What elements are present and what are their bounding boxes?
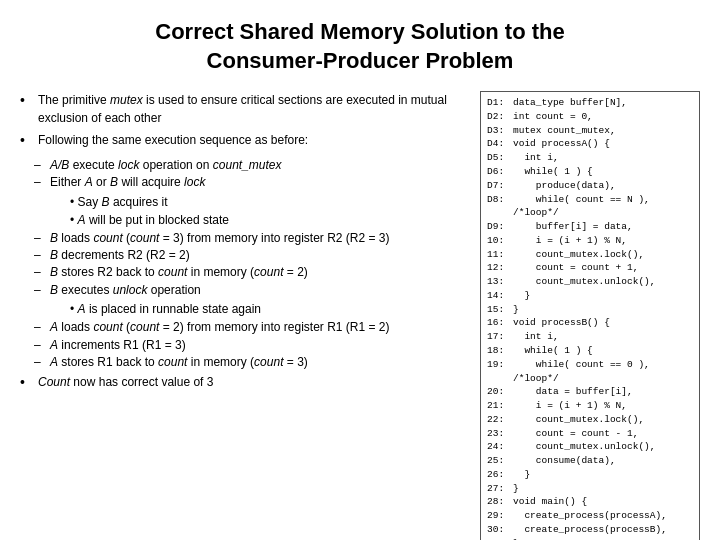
sub-sub-list: Say B acquires it A will be put in block… [70, 193, 468, 229]
code-line: 14: } [487, 289, 693, 303]
italic-count-mutex: count_mutex [213, 158, 282, 172]
dash: – [34, 354, 44, 371]
list-item: • Count now has correct value of 3 [20, 373, 468, 393]
code-line: 18: while( 1 ) { [487, 344, 693, 358]
sub-text: B stores R2 back to count in memory (cou… [50, 264, 308, 281]
sub-text: A increments R1 (R1 = 3) [50, 337, 186, 354]
list-item: – A/B execute lock operation on count_mu… [34, 157, 468, 174]
page-title: Correct Shared Memory Solution to the Co… [20, 18, 700, 75]
code-line: 11: count_mutex.lock(), [487, 248, 693, 262]
dash: – [34, 230, 44, 247]
bullet-icon: • [20, 131, 32, 151]
dash: – [34, 337, 44, 354]
bullet-icon: • [20, 91, 32, 127]
code-line: D6: while( 1 ) { [487, 165, 693, 179]
content-row: • The primitive mutex is used to ensure … [20, 91, 700, 540]
italic-ab: A/B [50, 158, 69, 172]
code-line: 10: i = (i + 1) % N, [487, 234, 693, 248]
code-line: D5: int i, [487, 151, 693, 165]
code-line: D1:data_type buffer[N], [487, 96, 693, 110]
italic-a: A [85, 175, 93, 189]
list-item: – Either A or B will acquire lock [34, 174, 468, 191]
italic-mutex: mutex [110, 93, 143, 107]
code-line: 19: while( count == 0 ), /*loop*/ [487, 358, 693, 386]
sub-text: A stores R1 back to count in memory (cou… [50, 354, 308, 371]
code-line: D9: buffer[i] = data, [487, 220, 693, 234]
code-line: 21: i = (i + 1) % N, [487, 399, 693, 413]
bullet-text-3: Count now has correct value of 3 [38, 373, 468, 393]
sub-list: – A/B execute lock operation on count_mu… [34, 157, 468, 372]
code-line: D2:int count = 0, [487, 110, 693, 124]
list-item: – B loads count (count = 3) from memory … [34, 230, 468, 247]
code-line: 25: consume(data), [487, 454, 693, 468]
code-line: 12: count = count + 1, [487, 261, 693, 275]
list-item: – A increments R1 (R1 = 3) [34, 337, 468, 354]
dash: – [34, 319, 44, 336]
code-line: 30: create_process(processB), [487, 523, 693, 537]
code-line: 29: create_process(processA), [487, 509, 693, 523]
list-item: – B decrements R2 (R2 = 2) [34, 247, 468, 264]
sub-text: B executes unlock operation [50, 282, 201, 299]
code-line: D4:void processA() { [487, 137, 693, 151]
left-column: • The primitive mutex is used to ensure … [20, 91, 468, 540]
code-line: 27:} [487, 482, 693, 496]
sub-text: A loads count (count = 2) from memory in… [50, 319, 390, 336]
code-line: D3:mutex count_mutex, [487, 124, 693, 138]
code-line: 28:void main() { [487, 495, 693, 509]
code-line: 15:} [487, 303, 693, 317]
italic-lock: lock [118, 158, 139, 172]
list-item: – B stores R2 back to count in memory (c… [34, 264, 468, 281]
sub-sub-list-2: A is placed in runnable state again [70, 300, 468, 318]
bullet-icon: • [20, 373, 32, 393]
code-line: D8: while( count == N ), /*loop*/ [487, 193, 693, 221]
code-line: 24: count_mutex.unlock(), [487, 440, 693, 454]
code-line: 22: count_mutex.lock(), [487, 413, 693, 427]
sub-text: Either A or B will acquire lock [50, 174, 205, 191]
code-line: 20: data = buffer[i], [487, 385, 693, 399]
dash: – [34, 282, 44, 299]
page: Correct Shared Memory Solution to the Co… [0, 0, 720, 540]
code-line: 16:void processB() { [487, 316, 693, 330]
dash: – [34, 264, 44, 281]
dash: – [34, 157, 44, 174]
code-line: 26: } [487, 468, 693, 482]
sub-text: B loads count (count = 3) from memory in… [50, 230, 390, 247]
code-line: 23: count = count - 1, [487, 427, 693, 441]
italic-b: B [110, 175, 118, 189]
list-item: – A loads count (count = 2) from memory … [34, 319, 468, 336]
code-line: 13: count_mutex.unlock(), [487, 275, 693, 289]
sub-text: B decrements R2 (R2 = 2) [50, 247, 190, 264]
list-item: – A stores R1 back to count in memory (c… [34, 354, 468, 371]
list-item: A will be put in blocked state [70, 211, 468, 229]
bullet-text-1: The primitive mutex is used to ensure cr… [38, 91, 468, 127]
italic-lock2: lock [184, 175, 205, 189]
dash: – [34, 174, 44, 191]
sub-text: A/B execute lock operation on count_mute… [50, 157, 282, 174]
dash: – [34, 247, 44, 264]
list-item: Say B acquires it [70, 193, 468, 211]
code-panel: D1:data_type buffer[N], D2:int count = 0… [480, 91, 700, 540]
code-line: 17: int i, [487, 330, 693, 344]
code-block: D1:data_type buffer[N], D2:int count = 0… [487, 96, 693, 540]
list-item: • The primitive mutex is used to ensure … [20, 91, 468, 127]
code-line: D7: produce(data), [487, 179, 693, 193]
list-item: • Following the same execution sequence … [20, 131, 468, 151]
list-item: A is placed in runnable state again [70, 300, 468, 318]
list-item: – B executes unlock operation [34, 282, 468, 299]
bullet-text-2: Following the same execution sequence as… [38, 131, 468, 151]
